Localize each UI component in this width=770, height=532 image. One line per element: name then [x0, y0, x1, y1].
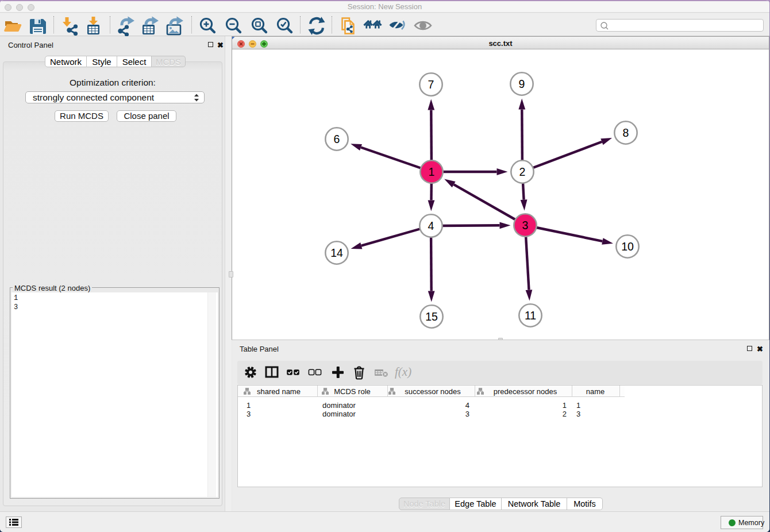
svg-text:15: 15 — [425, 310, 438, 323]
svg-text:9: 9 — [519, 78, 525, 90]
svg-text:14: 14 — [330, 246, 343, 259]
svg-text:1: 1 — [429, 165, 435, 178]
svg-text:6: 6 — [334, 133, 340, 145]
svg-text:11: 11 — [525, 309, 536, 322]
svg-text:4: 4 — [428, 219, 434, 232]
svg-text:10: 10 — [621, 240, 634, 253]
svg-text:8: 8 — [623, 126, 629, 139]
svg-text:2: 2 — [519, 165, 526, 178]
svg-text:7: 7 — [428, 78, 434, 91]
svg-text:3: 3 — [522, 219, 529, 232]
